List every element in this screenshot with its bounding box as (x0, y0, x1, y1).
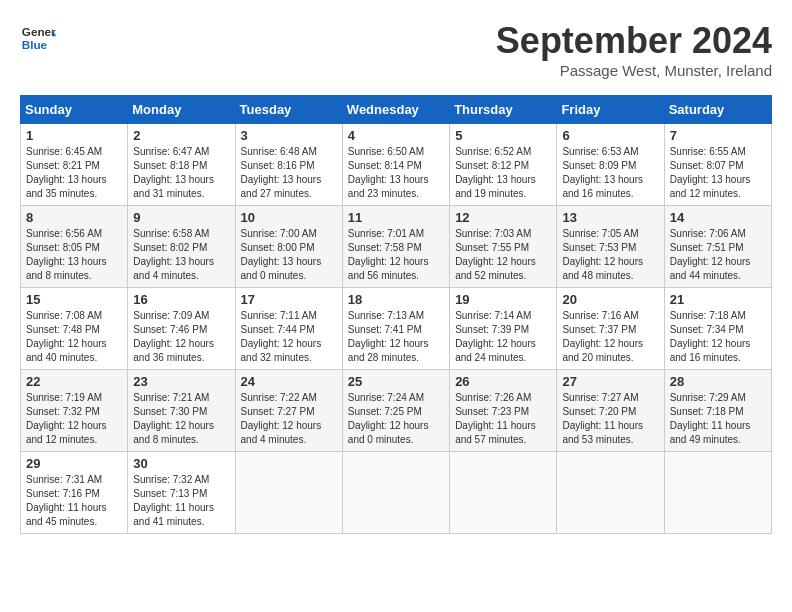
day-number: 3 (241, 128, 337, 143)
calendar-cell: 7Sunrise: 6:55 AM Sunset: 8:07 PM Daylig… (664, 124, 771, 206)
day-info: Sunrise: 6:55 AM Sunset: 8:07 PM Dayligh… (670, 145, 766, 201)
calendar-cell (235, 452, 342, 534)
day-number: 15 (26, 292, 122, 307)
svg-text:General: General (22, 25, 56, 38)
day-number: 17 (241, 292, 337, 307)
calendar-cell: 26Sunrise: 7:26 AM Sunset: 7:23 PM Dayli… (450, 370, 557, 452)
day-number: 30 (133, 456, 229, 471)
calendar-cell: 6Sunrise: 6:53 AM Sunset: 8:09 PM Daylig… (557, 124, 664, 206)
weekday-header-row: Sunday Monday Tuesday Wednesday Thursday… (21, 96, 772, 124)
day-info: Sunrise: 7:05 AM Sunset: 7:53 PM Dayligh… (562, 227, 658, 283)
header-sunday: Sunday (21, 96, 128, 124)
header-wednesday: Wednesday (342, 96, 449, 124)
calendar-cell: 21Sunrise: 7:18 AM Sunset: 7:34 PM Dayli… (664, 288, 771, 370)
calendar-cell: 13Sunrise: 7:05 AM Sunset: 7:53 PM Dayli… (557, 206, 664, 288)
day-number: 26 (455, 374, 551, 389)
calendar-cell: 30Sunrise: 7:32 AM Sunset: 7:13 PM Dayli… (128, 452, 235, 534)
day-info: Sunrise: 7:00 AM Sunset: 8:00 PM Dayligh… (241, 227, 337, 283)
calendar-cell: 14Sunrise: 7:06 AM Sunset: 7:51 PM Dayli… (664, 206, 771, 288)
calendar-cell: 10Sunrise: 7:00 AM Sunset: 8:00 PM Dayli… (235, 206, 342, 288)
day-info: Sunrise: 7:13 AM Sunset: 7:41 PM Dayligh… (348, 309, 444, 365)
calendar-row-3: 15Sunrise: 7:08 AM Sunset: 7:48 PM Dayli… (21, 288, 772, 370)
day-info: Sunrise: 6:48 AM Sunset: 8:16 PM Dayligh… (241, 145, 337, 201)
day-number: 16 (133, 292, 229, 307)
month-title: September 2024 (496, 20, 772, 62)
header-thursday: Thursday (450, 96, 557, 124)
day-info: Sunrise: 7:09 AM Sunset: 7:46 PM Dayligh… (133, 309, 229, 365)
day-info: Sunrise: 7:01 AM Sunset: 7:58 PM Dayligh… (348, 227, 444, 283)
day-number: 21 (670, 292, 766, 307)
day-number: 12 (455, 210, 551, 225)
calendar-cell: 29Sunrise: 7:31 AM Sunset: 7:16 PM Dayli… (21, 452, 128, 534)
day-info: Sunrise: 7:32 AM Sunset: 7:13 PM Dayligh… (133, 473, 229, 529)
day-info: Sunrise: 7:21 AM Sunset: 7:30 PM Dayligh… (133, 391, 229, 447)
calendar-cell: 23Sunrise: 7:21 AM Sunset: 7:30 PM Dayli… (128, 370, 235, 452)
day-number: 20 (562, 292, 658, 307)
day-number: 25 (348, 374, 444, 389)
calendar-cell: 4Sunrise: 6:50 AM Sunset: 8:14 PM Daylig… (342, 124, 449, 206)
calendar-cell: 22Sunrise: 7:19 AM Sunset: 7:32 PM Dayli… (21, 370, 128, 452)
day-info: Sunrise: 7:19 AM Sunset: 7:32 PM Dayligh… (26, 391, 122, 447)
day-info: Sunrise: 7:29 AM Sunset: 7:18 PM Dayligh… (670, 391, 766, 447)
day-number: 22 (26, 374, 122, 389)
calendar-cell: 15Sunrise: 7:08 AM Sunset: 7:48 PM Dayli… (21, 288, 128, 370)
calendar-cell: 3Sunrise: 6:48 AM Sunset: 8:16 PM Daylig… (235, 124, 342, 206)
calendar-cell (342, 452, 449, 534)
day-number: 29 (26, 456, 122, 471)
day-info: Sunrise: 7:08 AM Sunset: 7:48 PM Dayligh… (26, 309, 122, 365)
calendar-cell: 9Sunrise: 6:58 AM Sunset: 8:02 PM Daylig… (128, 206, 235, 288)
header-monday: Monday (128, 96, 235, 124)
day-number: 28 (670, 374, 766, 389)
day-info: Sunrise: 7:14 AM Sunset: 7:39 PM Dayligh… (455, 309, 551, 365)
day-number: 14 (670, 210, 766, 225)
day-info: Sunrise: 6:45 AM Sunset: 8:21 PM Dayligh… (26, 145, 122, 201)
day-number: 19 (455, 292, 551, 307)
day-info: Sunrise: 7:27 AM Sunset: 7:20 PM Dayligh… (562, 391, 658, 447)
calendar-cell: 8Sunrise: 6:56 AM Sunset: 8:05 PM Daylig… (21, 206, 128, 288)
calendar-cell: 25Sunrise: 7:24 AM Sunset: 7:25 PM Dayli… (342, 370, 449, 452)
calendar-cell: 18Sunrise: 7:13 AM Sunset: 7:41 PM Dayli… (342, 288, 449, 370)
calendar-row-5: 29Sunrise: 7:31 AM Sunset: 7:16 PM Dayli… (21, 452, 772, 534)
day-info: Sunrise: 6:58 AM Sunset: 8:02 PM Dayligh… (133, 227, 229, 283)
calendar-cell: 1Sunrise: 6:45 AM Sunset: 8:21 PM Daylig… (21, 124, 128, 206)
day-number: 10 (241, 210, 337, 225)
day-number: 7 (670, 128, 766, 143)
header-friday: Friday (557, 96, 664, 124)
logo-icon: General Blue (20, 20, 56, 56)
svg-text:Blue: Blue (22, 38, 48, 51)
calendar-cell: 5Sunrise: 6:52 AM Sunset: 8:12 PM Daylig… (450, 124, 557, 206)
day-number: 6 (562, 128, 658, 143)
day-info: Sunrise: 7:26 AM Sunset: 7:23 PM Dayligh… (455, 391, 551, 447)
calendar-cell (557, 452, 664, 534)
location: Passage West, Munster, Ireland (496, 62, 772, 79)
day-info: Sunrise: 7:22 AM Sunset: 7:27 PM Dayligh… (241, 391, 337, 447)
calendar-cell: 20Sunrise: 7:16 AM Sunset: 7:37 PM Dayli… (557, 288, 664, 370)
day-info: Sunrise: 6:52 AM Sunset: 8:12 PM Dayligh… (455, 145, 551, 201)
title-area: September 2024 Passage West, Munster, Ir… (496, 20, 772, 79)
day-number: 4 (348, 128, 444, 143)
day-info: Sunrise: 7:06 AM Sunset: 7:51 PM Dayligh… (670, 227, 766, 283)
calendar-row-1: 1Sunrise: 6:45 AM Sunset: 8:21 PM Daylig… (21, 124, 772, 206)
day-info: Sunrise: 6:56 AM Sunset: 8:05 PM Dayligh… (26, 227, 122, 283)
calendar-table: Sunday Monday Tuesday Wednesday Thursday… (20, 95, 772, 534)
day-info: Sunrise: 7:31 AM Sunset: 7:16 PM Dayligh… (26, 473, 122, 529)
day-number: 24 (241, 374, 337, 389)
calendar-cell: 19Sunrise: 7:14 AM Sunset: 7:39 PM Dayli… (450, 288, 557, 370)
day-info: Sunrise: 7:11 AM Sunset: 7:44 PM Dayligh… (241, 309, 337, 365)
day-info: Sunrise: 6:47 AM Sunset: 8:18 PM Dayligh… (133, 145, 229, 201)
day-info: Sunrise: 7:16 AM Sunset: 7:37 PM Dayligh… (562, 309, 658, 365)
day-number: 11 (348, 210, 444, 225)
day-number: 13 (562, 210, 658, 225)
calendar-cell: 28Sunrise: 7:29 AM Sunset: 7:18 PM Dayli… (664, 370, 771, 452)
calendar-cell: 16Sunrise: 7:09 AM Sunset: 7:46 PM Dayli… (128, 288, 235, 370)
day-number: 8 (26, 210, 122, 225)
day-info: Sunrise: 6:53 AM Sunset: 8:09 PM Dayligh… (562, 145, 658, 201)
day-number: 1 (26, 128, 122, 143)
calendar-cell (450, 452, 557, 534)
header-tuesday: Tuesday (235, 96, 342, 124)
day-number: 5 (455, 128, 551, 143)
day-info: Sunrise: 7:03 AM Sunset: 7:55 PM Dayligh… (455, 227, 551, 283)
calendar-cell: 27Sunrise: 7:27 AM Sunset: 7:20 PM Dayli… (557, 370, 664, 452)
calendar-row-4: 22Sunrise: 7:19 AM Sunset: 7:32 PM Dayli… (21, 370, 772, 452)
day-number: 27 (562, 374, 658, 389)
